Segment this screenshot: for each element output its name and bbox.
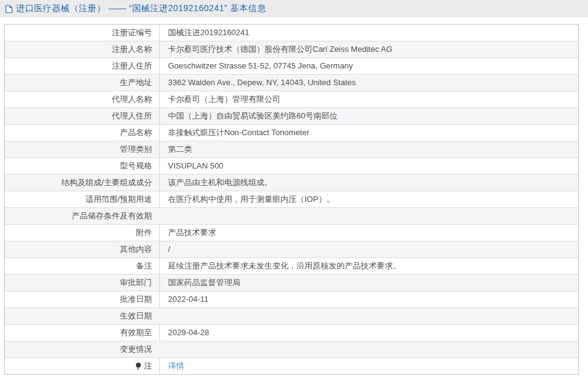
table-row: 有效期至 2029-04-28 (5, 324, 578, 341)
table-row: 型号规格 VISUPLAN 500 (5, 157, 578, 174)
table-row: 注册证编号 国械注进20192160241 (5, 25, 578, 41)
row-label: 注册证编号 (5, 25, 160, 41)
row-label-text: 变更情况 (120, 341, 152, 357)
row-label: 审批部门 (5, 275, 160, 291)
table-row: 审批部门 国家药品监督管理局 (5, 274, 578, 291)
row-value: VISUPLAN 500 (160, 158, 578, 174)
row-label-text: 注册人名称 (112, 41, 152, 57)
row-label: 生产地址 (5, 75, 160, 91)
row-label-text: 生产地址 (120, 75, 152, 91)
info-table: 注册证编号 国械注进20192160241 注册人名称 卡尔蔡司医疗技术（德国）… (4, 24, 579, 375)
row-value: Goeschwitzer Strasse 51-52, 07745 Jena, … (160, 58, 578, 74)
table-row: 适用范围/预期用途 在医疗机构中使用，用于测量眼内压（IOP）。 (5, 191, 578, 207)
table-row: 注册人住所 Goeschwitzer Strasse 51-52, 07745 … (5, 57, 578, 74)
row-label-text: 有效期至 (120, 325, 152, 341)
row-value: 延续注册产品技术要求未发生变化，沿用原核发的产品技术要求。 (160, 258, 578, 274)
row-label-text: 注册人住所 (112, 58, 152, 74)
details-link[interactable]: 详情 (168, 361, 184, 370)
row-label-text: 生效日期 (120, 308, 152, 324)
row-value: 在医疗机构中使用，用于测量眼内压（IOP）。 (160, 191, 578, 207)
table-row: 注 详情 (5, 357, 578, 374)
row-value: 卡尔蔡司医疗技术（德国）股份有限公司Carl Zeiss Meditec AG (160, 41, 578, 57)
row-label-text: 批准日期 (120, 291, 152, 307)
row-value: / (160, 241, 578, 257)
row-label: 注 (5, 358, 160, 374)
row-label: 型号规格 (5, 158, 160, 174)
row-value (160, 208, 578, 224)
row-value: 详情 (160, 358, 578, 374)
row-value: 卡尔蔡司（上海）管理有限公司 (160, 91, 578, 107)
row-value: 2029-04-28 (160, 325, 578, 341)
table-row: 管理类别 第二类 (5, 141, 578, 157)
row-label-text: 产品储存条件及有效期 (72, 208, 152, 224)
row-label: 注册人住所 (5, 58, 160, 74)
row-value (160, 341, 578, 357)
pin-icon (135, 362, 141, 370)
row-value: 3362 Walden Ave., Depew, NY, 14043, Unit… (160, 75, 578, 91)
row-label: 有效期至 (5, 325, 160, 341)
row-label: 代理人名称 (5, 91, 160, 107)
row-value: 国家药品监督管理局 (160, 275, 578, 291)
row-label-text: 审批部门 (120, 275, 152, 291)
table-row: 其他内容 / (5, 241, 578, 257)
row-label: 附件 (5, 225, 160, 241)
row-label: 适用范围/预期用途 (5, 191, 160, 207)
row-value: 第二类 (160, 141, 578, 157)
row-label-text: 型号规格 (120, 158, 152, 174)
page-header: 进口医疗器械（注册） —— “国械注进20192160241” 基本信息 (0, 0, 588, 17)
row-label: 代理人住所 (5, 108, 160, 124)
document-icon (5, 5, 13, 14)
row-label-text: 注册证编号 (112, 25, 152, 41)
row-value: 2022-04-11 (160, 291, 578, 307)
table-row: 代理人名称 卡尔蔡司（上海）管理有限公司 (5, 91, 578, 107)
table-row: 备注 延续注册产品技术要求未发生变化，沿用原核发的产品技术要求。 (5, 257, 578, 274)
row-value: 产品技术要求 (160, 225, 578, 241)
row-label-text: 其他内容 (120, 241, 152, 257)
row-label: 产品名称 (5, 125, 160, 141)
row-label: 生效日期 (5, 308, 160, 324)
page-title: 进口医疗器械（注册） —— “国械注进20192160241” 基本信息 (16, 3, 266, 14)
table-row: 生效日期 (5, 307, 578, 324)
row-label-text: 附件 (136, 225, 152, 241)
row-label: 结构及组成/主要组成成分 (5, 175, 160, 191)
row-label: 其他内容 (5, 241, 160, 257)
row-label: 产品储存条件及有效期 (5, 208, 160, 224)
row-value: 该产品由主机和电源线组成。 (160, 175, 578, 191)
row-label-text: 产品名称 (120, 125, 152, 141)
row-label-text: 备注 (136, 258, 152, 274)
row-label: 管理类别 (5, 141, 160, 157)
row-label: 批准日期 (5, 291, 160, 307)
table-row: 批准日期 2022-04-11 (5, 291, 578, 307)
table-row: 结构及组成/主要组成成分 该产品由主机和电源线组成。 (5, 174, 578, 191)
row-label: 备注 (5, 258, 160, 274)
table-row: 代理人住所 中国（上海）自由贸易试验区美约路60号南部位 (5, 107, 578, 124)
row-label-text: 代理人住所 (112, 108, 152, 124)
row-value: 中国（上海）自由贸易试验区美约路60号南部位 (160, 108, 578, 124)
table-row: 附件 产品技术要求 (5, 224, 578, 241)
row-label: 变更情况 (5, 341, 160, 357)
row-label-text: 代理人名称 (112, 91, 152, 107)
table-row: 变更情况 (5, 341, 578, 357)
table-row: 注册人名称 卡尔蔡司医疗技术（德国）股份有限公司Carl Zeiss Medit… (5, 41, 578, 57)
row-value (160, 308, 578, 324)
table-row: 生产地址 3362 Walden Ave., Depew, NY, 14043,… (5, 74, 578, 91)
row-value: 非接触式眼压计Non-Contact Tonometer (160, 125, 578, 141)
row-value: 国械注进20192160241 (160, 25, 578, 41)
row-label-text: 管理类别 (120, 141, 152, 157)
table-row: 产品储存条件及有效期 (5, 207, 578, 224)
row-label-text: 结构及组成/主要组成成分 (61, 175, 152, 191)
row-label: 注册人名称 (5, 41, 160, 57)
row-label-text: 适用范围/预期用途 (85, 191, 152, 207)
table-row: 产品名称 非接触式眼压计Non-Contact Tonometer (5, 124, 578, 141)
row-label-text: 注 (144, 358, 152, 374)
